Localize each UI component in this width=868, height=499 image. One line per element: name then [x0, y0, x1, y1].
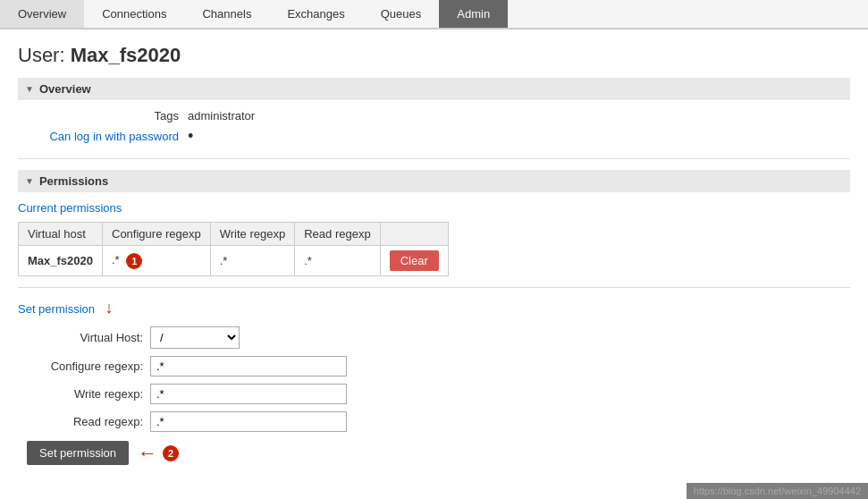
current-permissions-label: Current permissions: [18, 201, 850, 215]
page-content: User: Max_fs2020 ▼ Overview Tags adminis…: [0, 30, 868, 494]
permissions-section-header: ▼ Permissions: [18, 170, 850, 192]
vhost-form-label: Virtual Host:: [18, 331, 143, 344]
page-title-value: Max_fs2020: [71, 44, 181, 66]
tab-exchanges[interactable]: Exchanges: [269, 0, 362, 28]
annotation-circle-2: 2: [163, 445, 179, 461]
nav-tabs: Overview Connections Channels Exchanges …: [0, 0, 868, 30]
col-write: Write regexp: [210, 223, 294, 246]
read-regexp-input[interactable]: [150, 411, 347, 432]
set-permission-title: Set permission ↓: [18, 299, 850, 317]
set-permission-action-row: Set permission ← 2: [18, 441, 850, 465]
permissions-table-body: Max_fs2020 .* 1 .* .* Clear: [19, 246, 449, 276]
read-form-label: Read regexp:: [18, 415, 143, 428]
tab-admin[interactable]: Admin: [439, 0, 508, 28]
cell-write: .*: [210, 246, 294, 276]
write-form-row: Write regexp:: [18, 384, 850, 404]
tab-connections[interactable]: Connections: [84, 0, 184, 28]
vhost-form-row: Virtual Host: /: [18, 326, 850, 349]
tab-overview[interactable]: Overview: [0, 0, 84, 28]
arrow-left-icon: ←: [138, 442, 157, 465]
configure-regexp-input[interactable]: [150, 356, 347, 376]
clear-button[interactable]: Clear: [390, 250, 439, 271]
tab-channels[interactable]: Channels: [184, 0, 269, 28]
write-regexp-input[interactable]: [150, 384, 347, 404]
can-login-value: •: [188, 128, 193, 144]
can-login-row: Can log in with password •: [36, 128, 850, 144]
permissions-table-header-row: Virtual host Configure regexp Write rege…: [19, 223, 449, 246]
tab-queues[interactable]: Queues: [363, 0, 440, 28]
cell-vhost: Max_fs2020: [19, 246, 103, 276]
set-permission-button[interactable]: Set permission: [27, 441, 129, 465]
cell-configure: .* 1: [103, 246, 211, 276]
col-vhost: Virtual host: [19, 223, 103, 246]
overview-section: ▼ Overview Tags administrator Can log in…: [18, 78, 850, 144]
col-actions: [380, 223, 448, 246]
read-form-row: Read regexp:: [18, 411, 850, 432]
col-read: Read regexp: [295, 223, 380, 246]
configure-form-row: Configure regexp:: [18, 356, 850, 376]
configure-form-label: Configure regexp:: [18, 359, 143, 373]
cell-clear: Clear: [380, 246, 448, 276]
vhost-select[interactable]: /: [150, 326, 240, 349]
cell-read: .*: [295, 246, 380, 276]
overview-section-header: ▼ Overview: [18, 78, 850, 100]
annotation-circle-1: 1: [126, 253, 142, 269]
write-form-label: Write regexp:: [18, 387, 143, 401]
col-configure: Configure regexp: [103, 223, 211, 246]
arrow-down-icon: ↓: [105, 299, 114, 317]
tags-value: administrator: [188, 109, 255, 123]
permissions-table-head: Virtual host Configure regexp Write rege…: [19, 223, 449, 246]
permissions-arrow-icon: ▼: [25, 176, 34, 186]
page-title-prefix: User:: [18, 44, 65, 66]
footer-url: https://blog.csdn.net/weixin_49904442: [687, 483, 868, 494]
section-divider-2: [18, 287, 850, 288]
permissions-section: ▼ Permissions Current permissions Virtua…: [18, 170, 850, 465]
tags-row: Tags administrator: [36, 109, 850, 123]
can-login-label: Can log in with password: [36, 130, 179, 143]
permissions-section-title: Permissions: [39, 174, 108, 188]
permissions-table: Virtual host Configure regexp Write rege…: [18, 222, 449, 276]
tags-label: Tags: [36, 109, 179, 123]
overview-section-title: Overview: [39, 82, 91, 96]
overview-arrow-icon: ▼: [25, 84, 34, 94]
page-title: User: Max_fs2020: [18, 44, 850, 67]
section-divider-1: [18, 158, 850, 159]
table-row: Max_fs2020 .* 1 .* .* Clear: [19, 246, 449, 276]
